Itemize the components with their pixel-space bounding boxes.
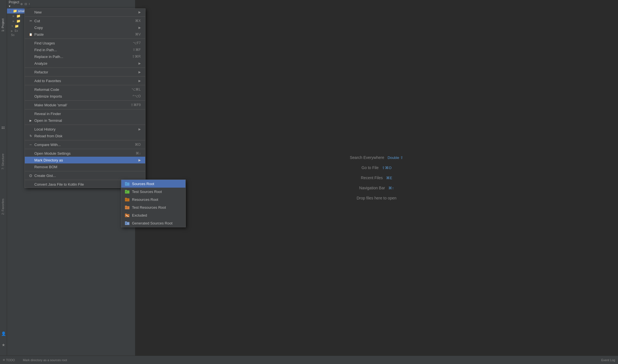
- submenu-resources-root[interactable]: Resources Root: [121, 196, 185, 203]
- menu-remove-bom-label: Remove BOM: [34, 165, 57, 169]
- tab-structure-text: 7: Structure: [0, 152, 6, 171]
- status-left: ≡ TODO Mark directory as a sources root: [3, 358, 601, 362]
- menu-item-mark-directory-as[interactable]: Mark Directory as ▶: [25, 157, 145, 163]
- sources-root-icon: [125, 181, 130, 186]
- hint-drop-files: Drop files here to open: [357, 196, 397, 200]
- settings-icon[interactable]: ⚙: [29, 2, 30, 6]
- optimize-shortcut: ^⌥O: [127, 94, 141, 98]
- menu-item-optimize-imports[interactable]: Optimize Imports ^⌥O: [25, 93, 145, 100]
- menu-paste-label: Paste: [34, 32, 44, 37]
- make-module-shortcut: ⇧⌘F9: [125, 103, 141, 107]
- menu-create-gist-label: Create Gist...: [34, 174, 56, 178]
- go-to-file-label: Go to File: [362, 165, 379, 170]
- menu-new-label: New: [34, 10, 42, 14]
- copy-arrow: ▶: [138, 26, 141, 30]
- svg-rect-22: [125, 221, 127, 222]
- people-icon[interactable]: 👤: [1, 331, 6, 336]
- module-settings-shortcut: ⌘↓: [130, 151, 141, 155]
- menu-item-find-usages[interactable]: Find Usages ⌥F7: [25, 40, 145, 46]
- locate-icon[interactable]: ⊕: [20, 2, 23, 6]
- menu-add-favorites-label: Add to Favorites: [34, 79, 61, 83]
- menu-item-remove-bom[interactable]: Remove BOM: [25, 163, 145, 170]
- paste-shortcut: ⌘V: [129, 32, 141, 36]
- status-bar: ≡ TODO Mark directory as a sources root …: [0, 356, 618, 364]
- menu-make-module-label: Make Module 'smali': [34, 103, 67, 107]
- collapse-icon[interactable]: ⊟: [24, 2, 27, 6]
- menu-item-compare-with[interactable]: ↔ Compare With... ⌘D: [25, 141, 145, 148]
- sources-root-label: Sources Root: [132, 182, 154, 186]
- go-to-file-shortcut: ⇧⌘O: [382, 166, 391, 170]
- menu-item-local-history[interactable]: Local History ▶: [25, 126, 145, 132]
- svg-rect-12: [126, 199, 126, 200]
- menu-item-copy[interactable]: Copy ▶: [25, 24, 145, 31]
- separator-9: [25, 140, 145, 140]
- submenu-generated-sources-root[interactable]: G Generated Sources Root: [121, 219, 185, 227]
- excluded-label: Excluded: [132, 213, 147, 217]
- menu-item-new[interactable]: New ▶: [25, 9, 145, 15]
- test-resources-root-label: Test Resources Root: [132, 205, 166, 210]
- menu-item-paste[interactable]: 📋 Paste ⌘V: [25, 31, 145, 38]
- menu-open-terminal-label: Open in Terminal: [34, 118, 62, 123]
- tab-structure-vertical[interactable]: 7: Structure: [0, 152, 7, 172]
- generated-sources-root-label: Generated Sources Root: [132, 221, 173, 225]
- menu-analyze-label: Analyze: [34, 61, 47, 66]
- svg-rect-1: [3, 127, 5, 127]
- tab-favorites-vertical[interactable]: 2: Favorites: [0, 197, 7, 217]
- menu-item-replace-in-path[interactable]: Replace in Path... ⇧⌘R: [25, 53, 145, 60]
- svg-text:G: G: [127, 223, 129, 224]
- menu-item-open-module-settings[interactable]: Open Module Settings ⌘↓: [25, 150, 145, 157]
- compare-shortcut: ⌘D: [129, 143, 141, 147]
- structure-icon-area[interactable]: [0, 124, 7, 132]
- menu-item-open-terminal[interactable]: ▶ Open in Terminal: [25, 117, 145, 124]
- status-right: Event Log: [601, 358, 615, 362]
- add-favorites-arrow: ▶: [138, 79, 141, 83]
- svg-rect-23: [126, 223, 127, 224]
- menu-item-reveal-in-finder[interactable]: Reveal in Finder: [25, 110, 145, 117]
- project-title: Project ▾: [9, 0, 19, 8]
- menu-item-reformat-code[interactable]: Reformat Code ⌥⌘L: [25, 86, 145, 93]
- separator-6: [25, 100, 145, 101]
- submenu-sources-root[interactable]: Sources Root: [121, 180, 185, 188]
- submenu-mark-directory: Sources Root Test Sources Root Resources…: [121, 179, 186, 227]
- navigation-bar-shortcut: ⌘↑: [388, 186, 394, 190]
- menu-reveal-finder-label: Reveal in Finder: [34, 112, 61, 116]
- menu-item-add-to-favorites[interactable]: Add to Favorites ▶: [25, 77, 145, 84]
- menu-item-create-gist[interactable]: ⊙ Create Gist...: [25, 172, 145, 179]
- reformat-shortcut: ⌥⌘L: [126, 87, 141, 91]
- submenu-test-sources-root[interactable]: Test Sources Root: [121, 188, 185, 196]
- analyze-arrow: ▶: [138, 62, 141, 65]
- menu-item-reload-from-disk[interactable]: ↻ Reload from Disk: [25, 132, 145, 139]
- reload-icon: ↻: [28, 134, 33, 138]
- svg-rect-0: [3, 128, 5, 129]
- tab-structure-label: [0, 124, 6, 131]
- compare-icon: ↔: [28, 143, 33, 146]
- tree-arrow-smali: ▼: [9, 10, 12, 12]
- menu-local-history-label: Local History: [34, 127, 55, 131]
- generated-sources-root-icon: G: [125, 221, 130, 226]
- menu-reformat-label: Reformat Code: [34, 87, 59, 92]
- hint-recent-files: Recent Files ⌘E: [361, 176, 392, 180]
- menu-find-in-path-label: Find in Path...: [34, 48, 57, 52]
- svg-rect-6: [126, 183, 127, 185]
- resources-root-label: Resources Root: [132, 197, 158, 202]
- menu-item-analyze[interactable]: Analyze ▶: [25, 60, 145, 67]
- star-icon[interactable]: ★: [2, 343, 5, 347]
- hint-go-to-file: Go to File ⇧⌘O: [362, 165, 392, 170]
- svg-rect-5: [125, 182, 127, 183]
- svg-rect-9: [126, 191, 127, 192]
- menu-item-make-module[interactable]: Make Module 'smali' ⇧⌘F9: [25, 102, 145, 108]
- svg-rect-11: [125, 198, 127, 199]
- event-log-link[interactable]: Event Log: [601, 358, 615, 362]
- menu-item-refactor[interactable]: Refactor ▶: [25, 69, 145, 75]
- submenu-test-resources-root[interactable]: Test Resources Root: [121, 203, 185, 211]
- drop-files-label: Drop files here to open: [357, 196, 397, 200]
- submenu-excluded[interactable]: Excluded: [121, 211, 185, 219]
- tab-project-vertical[interactable]: 1: Project: [0, 17, 7, 34]
- test-sources-root-icon: [125, 189, 130, 194]
- separator-3: [25, 68, 145, 68]
- refactor-arrow: ▶: [138, 70, 141, 74]
- todo-tab[interactable]: ≡ TODO: [3, 358, 15, 362]
- menu-refactor-label: Refactor: [34, 70, 48, 74]
- menu-item-find-in-path[interactable]: Find in Path... ⇧⌘F: [25, 46, 145, 53]
- menu-item-cut[interactable]: ✂ Cut ⌘X: [25, 17, 145, 24]
